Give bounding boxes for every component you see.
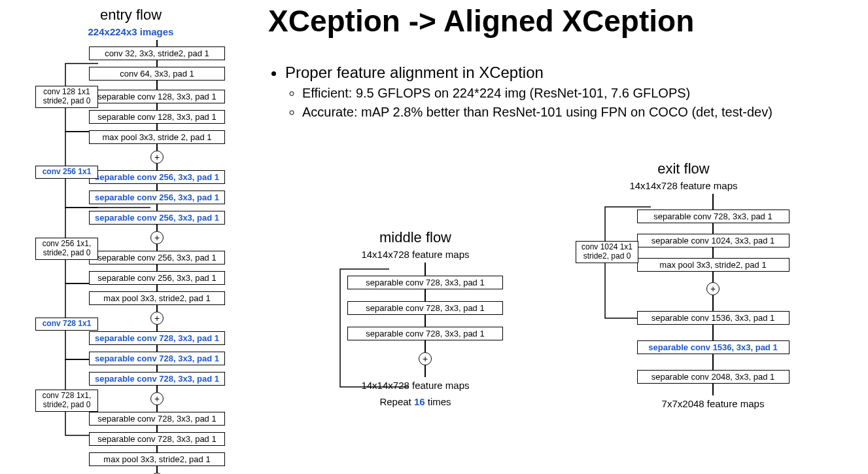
add-icon: + [150, 151, 164, 164]
entry-g5b: separable conv 728, 3x3, pad 1 [89, 432, 225, 446]
entry-s2: conv 256 1x1 [35, 166, 98, 179]
entry-g4b: separable conv 728, 3x3, pad 1 [89, 352, 225, 365]
entry-g1c: max pool 3x3, stride 2, pad 1 [89, 130, 225, 144]
entry-title: entry flow [26, 7, 235, 24]
middle-b3: separable conv 728, 3x3, pad 1 [347, 327, 503, 340]
exit-in: 14x14x728 feature maps [576, 180, 791, 191]
exit-out: 7x7x2048 feature maps [638, 398, 788, 409]
bullet-sub2: Accurate: mAP 2.8% better than ResNet-10… [302, 103, 773, 121]
exit-g1b: separable conv 1024, 3x3, pad 1 [637, 234, 790, 247]
exit-s1: conv 1024 1x1 stride2, pad 0 [576, 241, 638, 263]
middle-repeat: Repeat 16 times [327, 396, 504, 407]
entry-g3b: separable conv 256, 3x3, pad 1 [89, 271, 225, 285]
entry-g1a: separable conv 128, 3x3, pad 1 [89, 90, 225, 103]
exit-b3: separable conv 2048, 3x3, pad 1 [637, 370, 790, 384]
entry-g5c: max pool 3x3, stride2, pad 1 [89, 452, 225, 466]
middle-out: 14x14x728 feature maps [327, 380, 504, 391]
entry-s5: conv 728 1x1, stride2, pad 0 [35, 390, 98, 412]
entry-g2a: separable conv 256, 3x3, pad 1 [89, 170, 225, 184]
exit-b2: separable conv 1536, 3x3, pad 1 [637, 340, 790, 354]
entry-b2: conv 64, 3x3, pad 1 [89, 67, 225, 81]
entry-g2b: separable conv 256, 3x3, pad 1 [89, 191, 225, 204]
add-icon: + [150, 312, 164, 325]
entry-s1: conv 128 1x1 stride2, pad 0 [35, 86, 98, 108]
entry-g3c: max pool 3x3, stride2, pad 1 [89, 291, 225, 305]
add-icon: + [150, 392, 164, 405]
bullet-sub1: Efficient: 9.5 GFLOPS on 224*224 img (Re… [302, 84, 773, 102]
exit-g1a: separable conv 728, 3x3, pad 1 [637, 210, 790, 223]
entry-g3a: separable conv 256, 3x3, pad 1 [89, 251, 225, 264]
exit-title: exit flow [576, 160, 791, 177]
entry-g1b: separable conv 128, 3x3, pad 1 [89, 110, 225, 124]
entry-g4a: separable conv 728, 3x3, pad 1 [89, 331, 225, 345]
bullet-main: Proper feature alignment in XCeption [285, 62, 773, 83]
exit-b1: separable conv 1536, 3x3, pad 1 [637, 311, 790, 325]
exit-g1c: max pool 3x3, stride2, pad 1 [637, 258, 790, 272]
entry-input: 224x224x3 images [26, 26, 235, 37]
entry-s3: conv 256 1x1, stride2, pad 0 [35, 238, 98, 260]
exit-flow: exit flow 14x14x728 feature maps separab… [576, 160, 791, 409]
middle-in: 14x14x728 feature maps [327, 249, 504, 260]
entry-flow: entry flow 224x224x3 images conv 32, 3x3… [26, 7, 235, 474]
slide-title: XCeption -> Aligned XCeption [268, 3, 694, 39]
bullet-list: Proper feature alignment in XCeption Eff… [268, 62, 773, 122]
entry-g4c: separable conv 728, 3x3, pad 1 [89, 372, 225, 386]
add-icon: + [706, 282, 720, 295]
add-icon: + [150, 231, 164, 244]
entry-g2c: separable conv 256, 3x3, pad 1 [89, 211, 225, 225]
entry-g5a: separable conv 728, 3x3, pad 1 [89, 412, 225, 426]
middle-title: middle flow [327, 229, 504, 246]
entry-b1: conv 32, 3x3, stride2, pad 1 [89, 46, 225, 60]
middle-flow: middle flow 14x14x728 feature maps separ… [327, 229, 504, 407]
entry-s4: conv 728 1x1 [35, 318, 98, 331]
middle-b1: separable conv 728, 3x3, pad 1 [347, 276, 503, 289]
add-icon: + [419, 352, 432, 365]
middle-b2: separable conv 728, 3x3, pad 1 [347, 301, 503, 315]
